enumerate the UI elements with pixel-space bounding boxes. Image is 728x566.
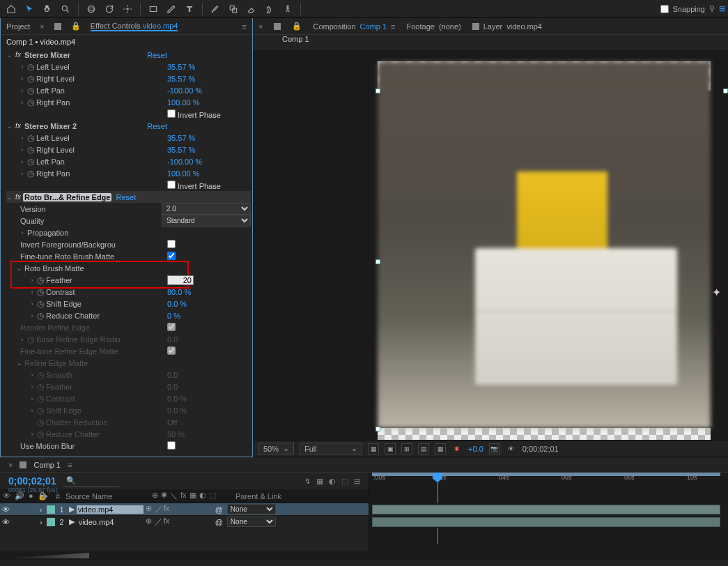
selection-handle[interactable]	[375, 89, 380, 93]
tab-comp1[interactable]: Comp 1	[33, 461, 61, 469]
close-tab-icon[interactable]: ×	[8, 461, 13, 469]
val-reduce-chatter[interactable]: 0 %	[167, 312, 251, 320]
lock-icon[interactable]: 🔒	[71, 22, 81, 31]
layer-color-icon[interactable]	[47, 505, 55, 514]
close-tab-icon[interactable]: ×	[258, 22, 263, 31]
version-select[interactable]: 2.0	[162, 203, 251, 215]
twirl-icon[interactable]: ›	[19, 75, 26, 82]
zoom-slider[interactable]	[6, 553, 89, 558]
val-left-pan[interactable]: -100.00 %	[167, 86, 251, 95]
color-mgmt-icon[interactable]: ✱	[451, 443, 463, 454]
twirl-icon[interactable]: ›	[19, 158, 26, 165]
zoom-tool-icon[interactable]	[57, 1, 74, 17]
twirl-icon[interactable]: ›	[19, 63, 26, 70]
tab-project[interactable]: Project	[6, 22, 30, 31]
feather-input[interactable]	[167, 275, 194, 285]
layer-row[interactable]: 👁 › 1 ▶ video.mp4 ⊕／fx @ None	[0, 503, 369, 516]
twirl-icon[interactable]: ›	[29, 312, 36, 319]
effect-stereo-mixer[interactable]: Stereo Mixer	[23, 51, 147, 59]
parent-select[interactable]: None	[227, 504, 276, 514]
reset-button[interactable]: Reset	[147, 122, 167, 130]
pickwhip-icon[interactable]: @	[215, 518, 223, 526]
layer-color-icon[interactable]	[47, 518, 55, 526]
stopwatch-icon[interactable]: ◷	[26, 157, 35, 167]
stopwatch-icon[interactable]: ◷	[26, 145, 35, 155]
selection-tool-icon[interactable]	[21, 1, 38, 17]
panel-color-icon[interactable]	[20, 461, 26, 468]
effect-stereo-mixer-2[interactable]: Stereo Mixer 2	[23, 122, 147, 130]
eye-icon[interactable]: 👁	[0, 518, 10, 526]
motion-blur-icon[interactable]: ◐	[329, 477, 336, 486]
rectangle-tool-icon[interactable]	[145, 1, 162, 17]
twirl-icon[interactable]: ›	[29, 300, 36, 307]
switches-icon[interactable]: ⊟	[354, 477, 360, 486]
current-timecode[interactable]: 0;00;02;01	[8, 475, 56, 487]
reset-button[interactable]: Reset	[147, 51, 167, 59]
stopwatch-icon[interactable]: ◷	[36, 311, 45, 321]
finetune-rb-checkbox[interactable]	[167, 252, 176, 260]
layer-name[interactable]: video.mp4	[77, 505, 144, 514]
home-icon[interactable]	[3, 1, 20, 17]
roto-tool-icon[interactable]	[261, 1, 278, 17]
val-contrast[interactable]: 80.0 %	[167, 288, 251, 296]
val-right-pan[interactable]: 100.00 %	[167, 169, 251, 178]
rotate-tool-icon[interactable]	[101, 1, 118, 17]
layer-track[interactable]	[369, 516, 728, 528]
snap-grid-icon[interactable]: ⊞	[719, 4, 725, 13]
timeline-tracks[interactable]: :00s 02s 04s 06s 08s 10s	[369, 473, 728, 551]
stopwatch-icon[interactable]: ◷	[26, 133, 35, 143]
effect-roto-brush[interactable]: Roto Br...& Refine Edge	[23, 193, 111, 201]
stopwatch-icon[interactable]: ◷	[26, 86, 35, 95]
lock-icon[interactable]: 🔒	[292, 22, 302, 31]
panel-menu-icon[interactable]: ≡	[68, 461, 72, 469]
stopwatch-icon[interactable]: ◷	[26, 169, 35, 178]
fx-icon[interactable]: fx	[13, 193, 23, 201]
text-tool-icon[interactable]	[181, 1, 198, 17]
tab-layer[interactable]: Layer video.mp4	[472, 22, 542, 31]
stopwatch-icon[interactable]: ◷	[36, 287, 45, 297]
timeline-search[interactable]: 🔍	[63, 475, 119, 487]
stopwatch-icon[interactable]: ◷	[26, 74, 35, 84]
twirl-icon[interactable]: ⌄	[16, 265, 23, 272]
anchor-tool-icon[interactable]	[119, 1, 136, 17]
layer-track[interactable]	[369, 503, 728, 516]
transparency-icon[interactable]: ▦	[435, 443, 446, 454]
reset-button[interactable]: Reset	[116, 193, 136, 201]
col-source-name[interactable]: Source Name	[63, 492, 149, 500]
snapping-checkbox[interactable]	[660, 5, 669, 13]
grid-icon[interactable]: ▦	[368, 443, 379, 454]
shy-icon[interactable]: ↯	[304, 477, 311, 486]
val-shift-edge[interactable]: 0.0 %	[167, 300, 251, 308]
stopwatch-icon[interactable]: ◷	[36, 275, 45, 285]
twirl-icon[interactable]: ⌄	[6, 52, 13, 59]
composition-viewer[interactable]: ✦	[253, 50, 728, 440]
twirl-icon[interactable]: ›	[38, 505, 45, 514]
twirl-icon[interactable]: ›	[19, 229, 26, 236]
fx-icon[interactable]: fx	[13, 122, 23, 130]
val-right-pan[interactable]: 100.00 %	[167, 98, 251, 107]
frame-blend-icon[interactable]: ▦	[316, 477, 323, 486]
tab-effect-controls[interactable]: Effect Controls video.mp4	[91, 22, 178, 31]
zoom-dropdown[interactable]: 50% ⌄	[258, 443, 294, 454]
tab-composition[interactable]: Composition Comp 1 ≡	[313, 22, 395, 31]
comp-mini-tab[interactable]: Comp 1	[282, 35, 309, 43]
fx-icon[interactable]: fx	[13, 51, 23, 59]
show-snapshot-icon[interactable]: 👁	[506, 443, 517, 454]
twirl-icon[interactable]: ›	[38, 518, 45, 526]
panel-color-icon[interactable]	[274, 23, 281, 30]
layer-name[interactable]: video.mp4	[77, 518, 144, 526]
panel-color-icon[interactable]	[54, 23, 61, 30]
val-right-level[interactable]: 35.57 %	[167, 146, 251, 154]
guides-icon[interactable]: ⊞	[401, 443, 412, 454]
layer-row[interactable]: 👁 › 2 ▶ video.mp4 ⊕／fx @ None	[0, 516, 369, 528]
timeline-zoom-scroll[interactable]	[0, 551, 728, 560]
brush-tool-icon[interactable]	[207, 1, 224, 17]
eye-icon[interactable]: 👁	[0, 505, 10, 514]
snap-magnet-icon[interactable]: ⚲	[709, 4, 715, 13]
invert-fb-checkbox[interactable]	[167, 240, 176, 248]
selection-handle[interactable]	[723, 89, 728, 93]
panel-menu-icon[interactable]: ≡	[242, 22, 247, 31]
mask-icon[interactable]: ▣	[385, 443, 396, 454]
val-right-level[interactable]: 35.57 %	[167, 75, 251, 83]
invert-phase-checkbox[interactable]	[167, 109, 176, 118]
